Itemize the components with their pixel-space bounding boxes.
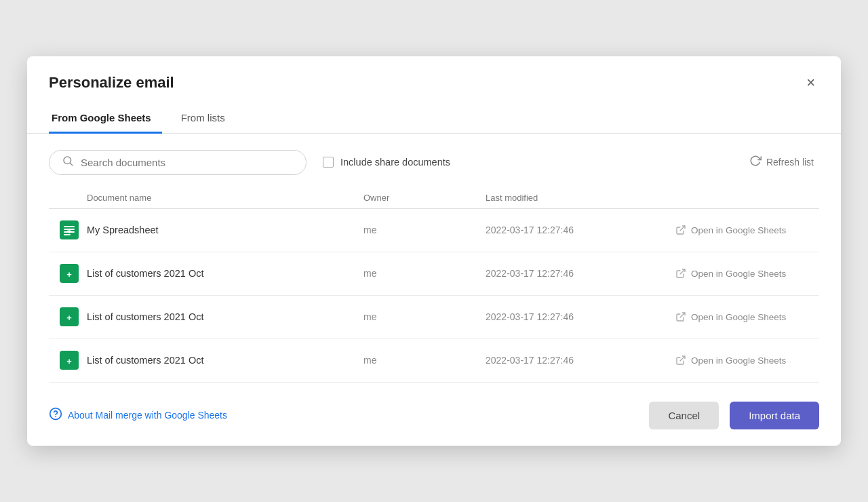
owner-cell: me <box>358 215 480 245</box>
sheets-icon: + <box>60 351 79 370</box>
open-in-sheets-link[interactable]: Open in Google Sheets <box>670 215 819 245</box>
external-link-icon <box>675 225 686 235</box>
svg-line-17 <box>680 356 685 361</box>
svg-line-8 <box>680 226 685 231</box>
personalize-email-dialog: Personalize email × From Google Sheets F… <box>27 56 841 446</box>
dialog-title: Personalize email <box>49 74 174 92</box>
doc-name: List of customers 2021 Oct <box>87 355 203 366</box>
sheets-icon: + <box>60 220 79 239</box>
import-button[interactable]: Import data <box>730 402 819 429</box>
refresh-button[interactable]: Refresh list <box>744 152 819 173</box>
sheets-icon: + <box>60 264 79 283</box>
tabs-bar: From Google Sheets From lists <box>27 105 841 134</box>
svg-line-11 <box>680 269 685 274</box>
open-link-label: Open in Google Sheets <box>691 312 786 322</box>
doc-name-cell: + List of customers 2021 Oct <box>49 341 358 379</box>
refresh-label: Refresh list <box>766 157 814 168</box>
help-icon <box>49 407 62 424</box>
doc-name: My Spreadsheet <box>87 225 159 235</box>
footer-buttons: Cancel Import data <box>649 402 819 429</box>
tab-from-lists[interactable]: From lists <box>178 105 236 134</box>
doc-name-cell: + My Spreadsheet <box>49 211 358 249</box>
owner-cell: me <box>358 302 480 332</box>
col-header-doc-name: Document name <box>49 193 358 203</box>
documents-table: Document name Owner Last modified + <box>49 189 819 383</box>
col-header-owner: Owner <box>358 193 480 203</box>
table-row[interactable]: + My Spreadsheet me 2022-03-17 12:27:46 … <box>49 209 819 252</box>
doc-name: List of customers 2021 Oct <box>87 311 203 322</box>
external-link-icon <box>675 268 686 279</box>
doc-name-cell: + List of customers 2021 Oct <box>49 254 358 292</box>
close-button[interactable]: × <box>802 73 819 93</box>
help-label: About Mail merge with Google Sheets <box>68 410 227 421</box>
external-link-icon <box>675 311 686 322</box>
svg-text:+: + <box>66 356 72 366</box>
last-modified-cell: 2022-03-17 12:27:46 <box>480 345 670 375</box>
owner-cell: me <box>358 345 480 375</box>
external-link-icon <box>675 355 686 366</box>
dialog-footer: About Mail merge with Google Sheets Canc… <box>27 388 841 446</box>
table-row[interactable]: + List of customers 2021 Oct me 2022-03-… <box>49 339 819 383</box>
open-link-label: Open in Google Sheets <box>691 355 786 366</box>
last-modified-cell: 2022-03-17 12:27:46 <box>480 302 670 332</box>
content-area: Include share documents Refresh list Doc… <box>27 134 841 383</box>
open-in-sheets-link[interactable]: Open in Google Sheets <box>670 345 819 375</box>
refresh-icon <box>749 155 762 170</box>
tab-google-sheets[interactable]: From Google Sheets <box>49 105 162 134</box>
search-input[interactable] <box>81 157 294 168</box>
search-box[interactable] <box>49 150 307 175</box>
search-icon <box>62 155 74 170</box>
include-share-container: Include share documents <box>323 157 728 168</box>
help-link[interactable]: About Mail merge with Google Sheets <box>49 407 227 424</box>
svg-text:+: + <box>66 269 72 279</box>
cancel-button[interactable]: Cancel <box>649 402 719 429</box>
table-header: Document name Owner Last modified <box>49 189 819 209</box>
svg-line-14 <box>680 313 685 317</box>
open-link-label: Open in Google Sheets <box>691 225 786 235</box>
svg-line-1 <box>70 163 72 165</box>
table-row[interactable]: + List of customers 2021 Oct me 2022-03-… <box>49 252 819 296</box>
col-header-actions <box>670 193 819 203</box>
doc-name-cell: + List of customers 2021 Oct <box>49 298 358 336</box>
open-in-sheets-link[interactable]: Open in Google Sheets <box>670 302 819 332</box>
include-share-label: Include share documents <box>340 157 450 168</box>
owner-cell: me <box>358 258 480 288</box>
dialog-header: Personalize email × <box>27 56 841 93</box>
include-share-checkbox[interactable] <box>323 157 334 168</box>
open-link-label: Open in Google Sheets <box>691 269 786 279</box>
col-header-last-modified: Last modified <box>480 193 670 203</box>
sheets-icon: + <box>60 307 79 326</box>
last-modified-cell: 2022-03-17 12:27:46 <box>480 215 670 245</box>
toolbar: Include share documents Refresh list <box>49 150 819 175</box>
table-row[interactable]: + List of customers 2021 Oct me 2022-03-… <box>49 296 819 339</box>
last-modified-cell: 2022-03-17 12:27:46 <box>480 258 670 288</box>
open-in-sheets-link[interactable]: Open in Google Sheets <box>670 258 819 288</box>
svg-text:+: + <box>66 226 72 236</box>
svg-text:+: + <box>66 313 72 323</box>
doc-name: List of customers 2021 Oct <box>87 268 203 279</box>
